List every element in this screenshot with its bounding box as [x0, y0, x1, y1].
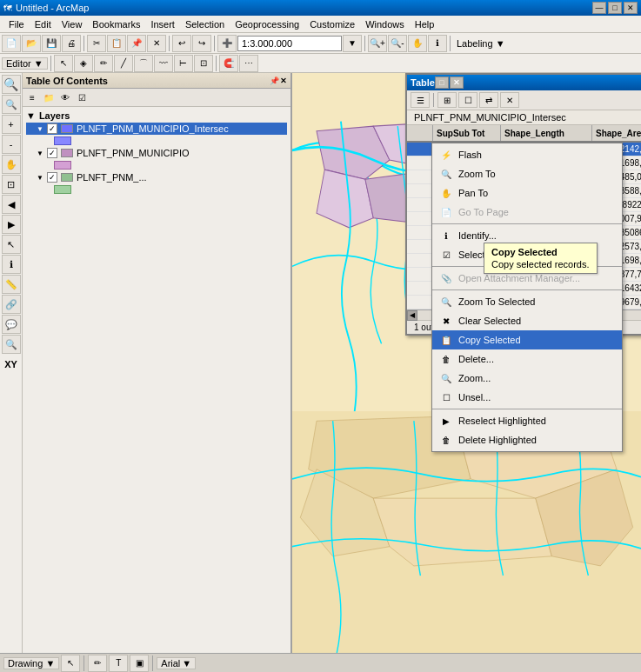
- labeling-dropdown[interactable]: Labeling ▼: [453, 38, 509, 49]
- menu-view[interactable]: View: [57, 18, 88, 30]
- copy-button[interactable]: 📋: [107, 35, 126, 52]
- full-extent[interactable]: ⊡: [2, 175, 21, 194]
- cut-button[interactable]: ✂: [87, 35, 106, 52]
- layer3-checkbox[interactable]: ✓: [47, 172, 57, 183]
- list-by-source[interactable]: 📁: [41, 90, 57, 104]
- close-button[interactable]: ✕: [624, 2, 638, 14]
- toc-pin[interactable]: 📌: [270, 77, 279, 85]
- edit-vertices[interactable]: ◈: [74, 55, 93, 72]
- table-clear-sel[interactable]: ☐: [458, 92, 477, 108]
- snapping-button[interactable]: 🧲: [219, 55, 238, 72]
- text-tool[interactable]: T: [109, 655, 128, 672]
- col-supsub[interactable]: SupSub Tot: [433, 125, 501, 141]
- table-select-all[interactable]: ⊞: [437, 92, 457, 108]
- save-button[interactable]: 💾: [42, 35, 61, 52]
- redo-button[interactable]: ↪: [192, 35, 211, 52]
- scale-dropdown[interactable]: ▼: [343, 35, 362, 52]
- layer2-checkbox[interactable]: ✓: [47, 148, 57, 158]
- menu-bookmarks[interactable]: Bookmarks: [87, 18, 145, 30]
- menu-edit[interactable]: Edit: [30, 18, 57, 30]
- ctx-clear-selected[interactable]: ✖ Clear Selected: [432, 311, 622, 330]
- menu-insert[interactable]: Insert: [145, 18, 180, 30]
- identify-button[interactable]: ℹ: [428, 35, 447, 52]
- fixed-zoom-in[interactable]: +: [2, 115, 21, 134]
- more-tools[interactable]: ⋯: [239, 55, 258, 72]
- layer1-expand[interactable]: ▼: [37, 125, 43, 133]
- find-tool[interactable]: 🔍: [2, 335, 21, 354]
- menu-windows[interactable]: Windows: [360, 18, 410, 30]
- forward-extent[interactable]: ▶: [2, 215, 21, 234]
- new-button[interactable]: 📄: [2, 35, 21, 52]
- table-maximize[interactable]: □: [435, 77, 449, 89]
- delete-button[interactable]: ✕: [147, 35, 166, 52]
- reshape-tool[interactable]: ⊡: [194, 55, 213, 72]
- identify-tool[interactable]: ℹ: [2, 255, 21, 274]
- draw-tool[interactable]: ✏: [88, 655, 107, 672]
- col-area[interactable]: Shape_Area: [592, 125, 641, 141]
- menu-selection[interactable]: Selection: [180, 18, 230, 30]
- xy-tool[interactable]: XY: [2, 355, 21, 374]
- hscroll-left[interactable]: ◀: [407, 310, 417, 321]
- measure-tool[interactable]: 📏: [2, 275, 21, 294]
- scale-input[interactable]: [237, 36, 342, 51]
- map-area[interactable]: Table □ ✕ ☰ ⊞ ☐ ⇄ ✕ PLNFT_PNM: [292, 73, 641, 653]
- list-by-visibility[interactable]: 👁: [57, 90, 73, 104]
- layer3-expand[interactable]: ▼: [37, 174, 43, 182]
- layer1-checkbox[interactable]: ✓: [47, 123, 57, 134]
- layer-item-1[interactable]: ▼ ✓ PLNFT_PNM_MUNICIPIO_Intersec: [26, 123, 287, 135]
- undo-button[interactable]: ↩: [172, 35, 191, 52]
- fixed-zoom-out[interactable]: -: [2, 135, 21, 154]
- hyperlink-tool[interactable]: 🔗: [2, 295, 21, 314]
- menu-help[interactable]: Help: [410, 18, 440, 30]
- layer2-expand[interactable]: ▼: [37, 150, 43, 157]
- pan-button[interactable]: ✋: [408, 35, 427, 52]
- zoom-in-tool[interactable]: 🔍: [2, 75, 21, 94]
- html-popup[interactable]: 💬: [2, 315, 21, 334]
- table-switch-sel[interactable]: ⇄: [479, 92, 498, 108]
- ctx-reselect[interactable]: ▶ Reselect Highlighted: [432, 411, 622, 430]
- split-tool[interactable]: ⊢: [174, 55, 193, 72]
- table-delete-sel[interactable]: ✕: [500, 92, 519, 108]
- layer-item-2[interactable]: ▼ ✓ PLNFT_PNM_MUNICIPIO: [26, 147, 287, 159]
- editor-button[interactable]: Editor ▼: [2, 57, 48, 70]
- ctx-delete[interactable]: 🗑 Delete...: [432, 349, 622, 369]
- back-extent[interactable]: ◀: [2, 195, 21, 214]
- ctx-zoom-to[interactable]: 🔍 Zoom To: [432, 164, 622, 183]
- zoom-out-button[interactable]: 🔍-: [388, 35, 407, 52]
- ctx-copy-selected[interactable]: 📋 Copy Selected: [432, 330, 622, 349]
- list-by-selection[interactable]: ☑: [74, 90, 90, 104]
- print-button[interactable]: 🖨: [62, 35, 81, 52]
- open-button[interactable]: 📂: [22, 35, 41, 52]
- drawing-dropdown[interactable]: Drawing ▼: [3, 657, 59, 669]
- pointer-tool[interactable]: ↖: [61, 655, 80, 672]
- trace-tool[interactable]: 〰: [154, 55, 173, 72]
- layer-item-3[interactable]: ▼ ✓ PLNFT_PNM_...: [26, 171, 287, 183]
- menu-customize[interactable]: Customize: [304, 18, 360, 30]
- menu-file[interactable]: File: [3, 18, 30, 30]
- ctx-delete-highlighted[interactable]: 🗑 Delete Highlighted: [432, 430, 622, 449]
- arc-segment[interactable]: ⌒: [134, 55, 153, 72]
- zoom-in-button[interactable]: 🔍+: [368, 35, 387, 52]
- maximize-button[interactable]: □: [608, 2, 622, 14]
- menu-geoprocessing[interactable]: Geoprocessing: [230, 18, 304, 30]
- paste-button[interactable]: 📌: [127, 35, 146, 52]
- minimize-button[interactable]: —: [592, 2, 606, 14]
- ctx-unsel[interactable]: ☐ Unsel...: [432, 388, 622, 407]
- table-close[interactable]: ✕: [450, 77, 464, 89]
- ctx-zoom-to-selected[interactable]: 🔍 Zoom To Selected: [432, 292, 622, 311]
- ctx-zoom-2[interactable]: 🔍 Zoom...: [432, 369, 622, 388]
- layers-expand-icon[interactable]: ▼: [26, 110, 36, 121]
- col-length[interactable]: Shape_Length: [501, 125, 592, 141]
- font-dropdown[interactable]: Arial ▼: [157, 657, 196, 669]
- pan-tool[interactable]: ✋: [2, 155, 21, 174]
- sketch-tool[interactable]: ✏: [94, 55, 113, 72]
- list-by-drawing[interactable]: ≡: [24, 90, 40, 104]
- ctx-flash[interactable]: ⚡ Flash: [432, 145, 622, 164]
- straight-segment[interactable]: ╱: [114, 55, 133, 72]
- edit-tool[interactable]: ↖: [54, 55, 73, 72]
- toc-close[interactable]: ✕: [280, 77, 287, 85]
- zoom-out-tool[interactable]: 🔍: [2, 95, 21, 114]
- fill-tool[interactable]: ▣: [130, 655, 149, 672]
- select-tool[interactable]: ↖: [2, 235, 21, 254]
- add-data-button[interactable]: ➕: [217, 35, 237, 52]
